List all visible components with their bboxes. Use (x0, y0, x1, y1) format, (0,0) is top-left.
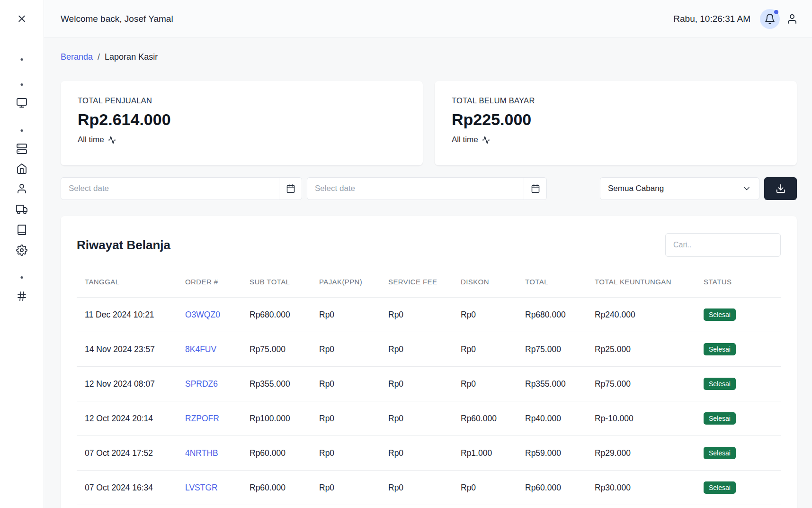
order-link[interactable]: RZPOFR (185, 414, 219, 423)
app-root: Welcome back, Josef Yamal Rabu, 10:26:31… (0, 0, 812, 508)
cell-total: Rp60.000 (525, 471, 595, 505)
nav-dot (21, 83, 23, 86)
breadcrumb-home-link[interactable]: Beranda (61, 52, 93, 62)
status-badge: Selesai (704, 378, 736, 390)
welcome-text: Welcome back, Josef Yamal (61, 14, 173, 24)
status-badge: Selesai (704, 308, 736, 321)
cell-pajak: Rp0 (319, 298, 388, 332)
status-badge: Selesai (704, 447, 736, 459)
cell-pajak: Rp0 (319, 367, 388, 401)
cell-status: Selesai (704, 367, 781, 401)
cell-subtotal: Rp355.000 (250, 367, 319, 401)
date-to-field (307, 177, 547, 200)
cell-order: LVSTGR (185, 471, 250, 505)
card-period-label: All time (78, 135, 104, 145)
riwayat-belanja-card: Riwayat Belanja TANGGAL ORDER # SUB TOTA… (61, 216, 797, 508)
order-link[interactable]: 4NRTHB (185, 448, 218, 458)
cell-tanggal: 12 Nov 2024 08:07 (77, 367, 185, 401)
branch-select[interactable]: Semua Cabang (600, 177, 759, 200)
date-to-input[interactable] (307, 178, 546, 200)
card-label: TOTAL PENJUALAN (78, 96, 406, 105)
filter-row: Semua Cabang (61, 177, 797, 200)
cell-keuntungan: Rp240.000 (595, 298, 704, 332)
user-icon[interactable] (786, 13, 798, 25)
card-value: Rp2.614.000 (78, 110, 406, 129)
notification-dot (774, 10, 778, 14)
calendar-icon[interactable] (524, 178, 546, 200)
card-period: All time (78, 135, 406, 145)
order-link[interactable]: O3WQZ0 (185, 310, 220, 319)
col-total: TOTAL (525, 268, 595, 298)
user-nav-icon[interactable] (16, 183, 27, 194)
home-icon[interactable] (16, 163, 27, 174)
truck-icon[interactable] (16, 204, 27, 215)
order-link[interactable]: SPRDZ6 (185, 379, 218, 389)
top-bar: Welcome back, Josef Yamal Rabu, 10:26:31… (44, 0, 812, 38)
cell-tanggal: 12 Oct 2024 20:14 (77, 401, 185, 436)
cell-order: RZPOFR (185, 401, 250, 436)
cell-keuntungan: Rp75.000 (595, 367, 704, 401)
cell-subtotal: Rp100.000 (250, 401, 319, 436)
cell-servicefee: Rp0 (388, 367, 461, 401)
cell-pajak: Rp0 (319, 505, 388, 508)
table-row: 07 Oct 2024 17:52 4NRTHB Rp60.000 Rp0 Rp… (77, 436, 781, 471)
cell-order: SPRDZ6 (185, 367, 250, 401)
cell-tanggal: 06 Oct 2024 22:34 (77, 505, 185, 508)
table-row: 07 Oct 2024 16:34 LVSTGR Rp60.000 Rp0 Rp… (77, 471, 781, 505)
server-icon[interactable] (16, 143, 27, 154)
book-icon[interactable] (16, 224, 27, 236)
main-area: Welcome back, Josef Yamal Rabu, 10:26:31… (44, 0, 812, 508)
col-subtotal: SUB TOTAL (250, 268, 319, 298)
close-icon[interactable] (17, 13, 27, 24)
cell-diskon: Rp0 (461, 367, 525, 401)
cell-subtotal: Rp680.000 (250, 298, 319, 332)
status-badge: Selesai (704, 343, 736, 355)
cell-diskon: Rp0 (461, 298, 525, 332)
col-keuntungan: TOTAL KEUNTUNGAN (595, 268, 704, 298)
col-servicefee: SERVICE FEE (388, 268, 461, 298)
card-period-label: All time (452, 135, 478, 145)
bell-icon[interactable] (760, 9, 780, 29)
card-label: TOTAL BELUM BAYAR (452, 96, 780, 105)
cell-total: Rp680.000 (525, 298, 595, 332)
cell-status: Selesai (704, 471, 781, 505)
col-order: ORDER # (185, 268, 250, 298)
cell-diskon: Rp0 (461, 471, 525, 505)
order-link[interactable]: LVSTGR (185, 483, 218, 492)
cell-pajak: Rp0 (319, 401, 388, 436)
cell-total: Rp355.000 (525, 367, 595, 401)
download-button[interactable] (764, 177, 797, 200)
cell-order: 8K4FUV (185, 332, 250, 367)
monitor-icon[interactable] (16, 97, 27, 109)
cell-diskon: Rp1.000 (461, 436, 525, 471)
cell-tanggal: 07 Oct 2024 16:34 (77, 471, 185, 505)
page-title: Laporan Kasir (105, 52, 158, 62)
cell-servicefee: Rp0 (388, 401, 461, 436)
table-row: 14 Nov 2024 23:57 8K4FUV Rp75.000 Rp0 Rp… (77, 332, 781, 367)
cell-keuntungan: Rp-10.000 (595, 401, 704, 436)
cell-servicefee: Rp0 (388, 332, 461, 367)
cell-pajak: Rp0 (319, 332, 388, 367)
card-period: All time (452, 135, 780, 145)
cell-status: Selesai (704, 436, 781, 471)
cell-keuntungan: Rp29.000 (595, 436, 704, 471)
cell-order: O3WQZ0 (185, 298, 250, 332)
status-badge: Selesai (704, 412, 736, 425)
nav-dot (21, 129, 23, 132)
settings-icon[interactable] (16, 245, 27, 256)
hash-icon[interactable] (16, 290, 27, 302)
cell-subtotal: Rp60.000 (250, 471, 319, 505)
page-content: Beranda / Laporan Kasir TOTAL PENJUALAN … (44, 38, 812, 508)
status-badge: Selesai (704, 481, 736, 494)
cell-subtotal: Rp60.000 (250, 436, 319, 471)
order-link[interactable]: 8K4FUV (185, 345, 216, 354)
table-title: Riwayat Belanja (77, 238, 170, 253)
orders-table: TANGGAL ORDER # SUB TOTAL PAJAK(PPN) SER… (77, 268, 781, 508)
cell-status: Selesai (704, 505, 781, 508)
table-row: 12 Nov 2024 08:07 SPRDZ6 Rp355.000 Rp0 R… (77, 367, 781, 401)
branch-select-value: Semua Cabang (608, 184, 664, 193)
calendar-icon[interactable] (279, 178, 302, 200)
date-from-input[interactable] (61, 178, 302, 200)
search-input[interactable] (665, 233, 781, 257)
cell-diskon: Rp60.000 (461, 401, 525, 436)
